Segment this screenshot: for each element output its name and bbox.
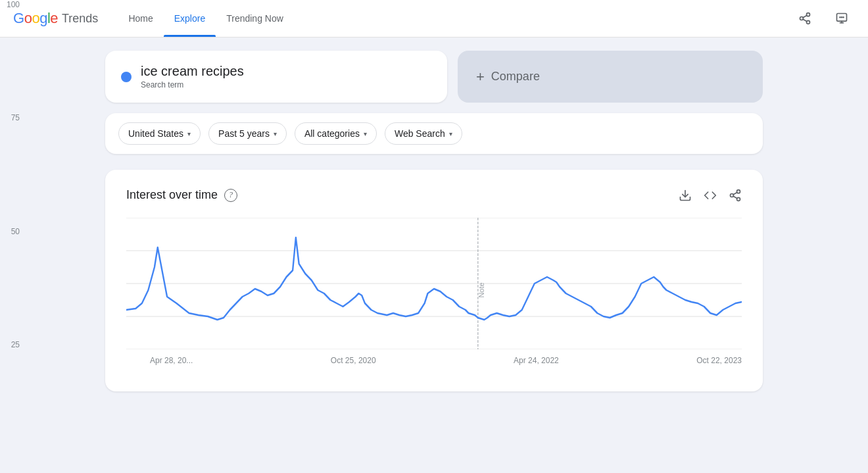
- svg-line-16: [733, 192, 737, 194]
- x-label-1: Apr 28, 20...: [150, 356, 193, 365]
- time-filter-value: Past 5 years: [218, 128, 270, 139]
- chart-header: Interest over time ?: [126, 188, 742, 202]
- type-dropdown-arrow: ▾: [449, 130, 452, 137]
- trend-chart: Note: [126, 218, 742, 349]
- region-filter-value: United States: [128, 128, 183, 139]
- chart-section: Interest over time ?: [105, 170, 763, 391]
- svg-text:Note: Note: [478, 282, 486, 297]
- search-text-area: ice cream recipes Search term: [141, 64, 244, 89]
- x-label-4: Oct 22, 2023: [696, 356, 742, 365]
- logo-google-text: Google: [13, 10, 58, 27]
- nav-trending[interactable]: Trending Now: [216, 0, 294, 37]
- chart-title: Interest over time: [126, 188, 218, 202]
- x-label-3: Apr 24, 2022: [514, 356, 559, 365]
- search-dot: [121, 72, 132, 82]
- nav-explore[interactable]: Explore: [164, 0, 216, 37]
- download-button[interactable]: [679, 189, 692, 202]
- category-filter-value: All categories: [304, 128, 360, 139]
- search-term: ice cream recipes: [141, 64, 244, 79]
- type-filter[interactable]: Web Search ▾: [385, 122, 462, 145]
- search-label: Search term: [141, 80, 244, 89]
- compare-label: Compare: [491, 70, 540, 84]
- search-box[interactable]: ice cream recipes Search term: [105, 51, 447, 103]
- search-area: ice cream recipes Search term + Compare: [105, 51, 763, 103]
- embed-button[interactable]: [704, 189, 717, 202]
- svg-line-3: [803, 19, 807, 21]
- chart-title-area: Interest over time ?: [126, 188, 237, 202]
- filter-row: United States ▾ Past 5 years ▾ All categ…: [105, 113, 763, 154]
- share-chart-button[interactable]: [729, 189, 742, 202]
- compare-box[interactable]: + Compare: [458, 51, 763, 103]
- type-filter-value: Web Search: [395, 128, 445, 139]
- main-nav: Home Explore Trending Now: [118, 0, 293, 37]
- logo: Google Trends: [13, 10, 98, 27]
- feedback-icon[interactable]: [829, 5, 855, 32]
- header-actions: [792, 5, 855, 32]
- chart-area: Note: [126, 218, 742, 352]
- time-dropdown-arrow: ▾: [274, 130, 277, 137]
- y-label-50: 50: [0, 227, 20, 236]
- x-axis-labels: Apr 28, 20... Oct 25, 2020 Apr 24, 2022 …: [126, 356, 742, 365]
- header: Google Trends Home Explore Trending Now: [0, 0, 868, 37]
- y-axis-labels: 100 75 50 25: [0, 0, 20, 453]
- region-dropdown-arrow: ▾: [187, 130, 191, 137]
- y-label-100: 100: [0, 0, 20, 9]
- x-label-2: Oct 25, 2020: [331, 356, 376, 365]
- chart-actions: [679, 189, 742, 202]
- svg-line-4: [803, 15, 807, 17]
- compare-plus-icon: +: [476, 68, 485, 86]
- category-dropdown-arrow: ▾: [364, 130, 367, 137]
- help-icon[interactable]: ?: [224, 189, 237, 202]
- category-filter[interactable]: All categories ▾: [295, 122, 377, 145]
- main-content: ice cream recipes Search term + Compare …: [0, 37, 868, 405]
- region-filter[interactable]: United States ▾: [118, 122, 201, 145]
- time-filter[interactable]: Past 5 years ▾: [208, 122, 287, 145]
- y-label-25: 25: [0, 340, 20, 349]
- nav-home[interactable]: Home: [118, 0, 163, 37]
- y-label-75: 75: [0, 113, 20, 122]
- svg-line-15: [733, 196, 737, 198]
- share-icon[interactable]: [792, 5, 818, 32]
- logo-trends-text: Trends: [62, 12, 98, 26]
